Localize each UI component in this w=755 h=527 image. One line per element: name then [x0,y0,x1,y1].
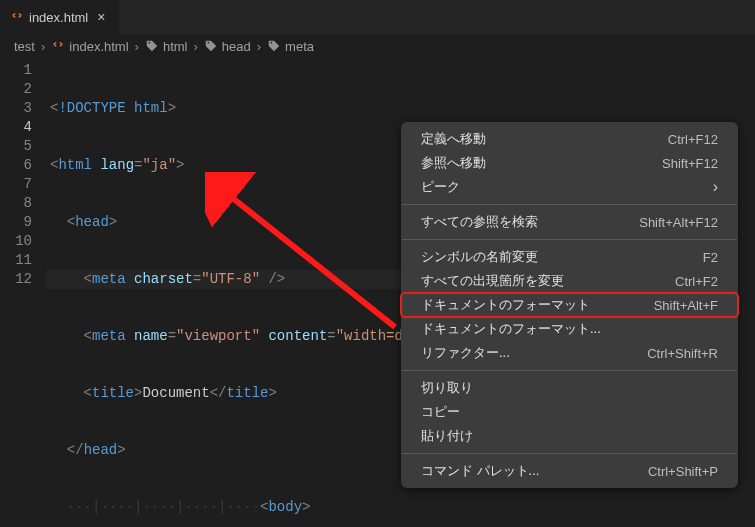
context-menu: 定義へ移動Ctrl+F12 参照へ移動Shift+F12 ピーク すべての参照を… [401,122,738,488]
menu-command-palette[interactable]: コマンド パレット...Ctrl+Shift+P [401,459,738,483]
menu-refactor[interactable]: リファクター...Ctrl+Shift+R [401,341,738,365]
menu-separator [402,370,737,371]
menu-paste[interactable]: 貼り付け [401,424,738,448]
tag-icon [267,39,281,53]
breadcrumb-item[interactable]: head [204,39,251,54]
menu-rename-symbol[interactable]: シンボルの名前変更F2 [401,245,738,269]
breadcrumb-item[interactable]: html [145,39,188,54]
menu-find-all-references[interactable]: すべての参照を検索Shift+Alt+F12 [401,210,738,234]
breadcrumb-item[interactable]: meta [267,39,314,54]
chevron-right-icon: › [135,39,139,54]
menu-goto-references[interactable]: 参照へ移動Shift+F12 [401,151,738,175]
menu-cut[interactable]: 切り取り [401,376,738,400]
menu-format-document-with[interactable]: ドキュメントのフォーマット... [401,317,738,341]
editor-tab[interactable]: index.html × [0,0,120,34]
tab-bar: index.html × [0,0,755,35]
chevron-right-icon: › [257,39,261,54]
tag-icon [145,39,159,53]
chevron-right-icon: › [41,39,45,54]
breadcrumb-item[interactable]: index.html [51,39,128,54]
menu-format-document[interactable]: ドキュメントのフォーマットShift+Alt+F [401,293,738,317]
breadcrumb-item[interactable]: test [14,39,35,54]
tag-icon [204,39,218,53]
menu-change-all-occurrences[interactable]: すべての出現箇所を変更Ctrl+F2 [401,269,738,293]
tab-label: index.html [29,10,88,25]
menu-separator [402,204,737,205]
chevron-right-icon: › [193,39,197,54]
code-area[interactable]: <!DOCTYPE html> <html lang="ja"> <head> … [50,57,411,527]
html-file-icon [51,39,65,53]
menu-peek[interactable]: ピーク [401,175,738,199]
line-number-gutter: 1 2 3 4 5 6 7 8 9 10 11 12 [0,57,50,527]
close-icon[interactable]: × [93,7,109,27]
html-file-icon [10,10,24,24]
menu-separator [402,239,737,240]
menu-goto-definition[interactable]: 定義へ移動Ctrl+F12 [401,127,738,151]
menu-separator [402,453,737,454]
menu-copy[interactable]: コピー [401,400,738,424]
breadcrumb: test › index.html › html › head › meta [0,35,755,57]
